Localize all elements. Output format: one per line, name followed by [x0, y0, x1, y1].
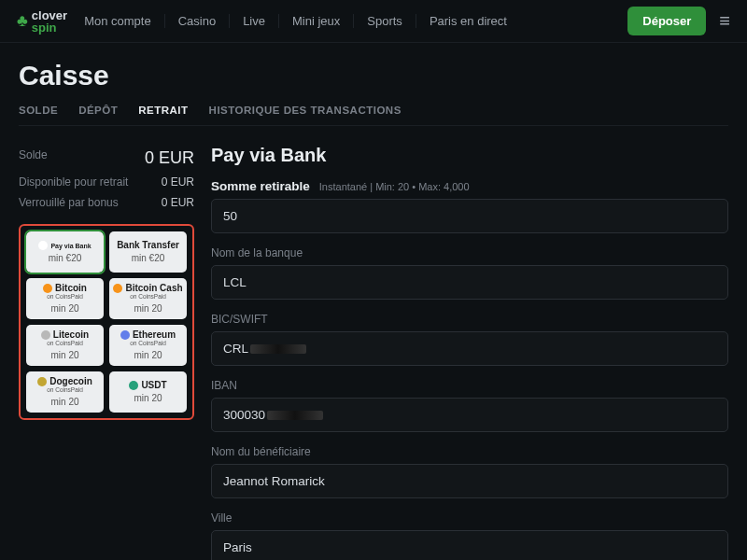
- method-name: USDT: [141, 381, 166, 390]
- field-label: IBAN: [211, 379, 728, 392]
- withdraw-method-dogecoin[interactable]: Dogecoinon CoinsPaidmin 20: [26, 371, 104, 413]
- withdraw-form: Pay via Bank Somme retirable Instantané …: [211, 145, 728, 560]
- text-input[interactable]: Jeannot Romarick: [211, 464, 728, 498]
- amount-label: Somme retirable Instantané | Min: 20 • M…: [211, 179, 728, 193]
- text-input[interactable]: Paris: [211, 530, 728, 560]
- method-subtext: on CoinsPaid: [130, 294, 166, 301]
- field-row-nom-du-b-n-ficiaire: Nom du bénéficiaireJeannot Romarick: [211, 445, 728, 498]
- page-title: Caisse: [19, 60, 728, 91]
- main-columns: Solde0 EURDisponible pour retrait0 EURVe…: [19, 145, 728, 560]
- method-name: Dogecoin: [49, 377, 92, 386]
- method-min: min 20: [50, 350, 78, 360]
- tab-solde[interactable]: SOLDE: [19, 105, 58, 116]
- text-input[interactable]: 300030: [211, 398, 728, 432]
- tab-historique-des-transactions[interactable]: HISTORIQUE DES TRANSACTIONS: [209, 105, 402, 116]
- balance-row: Solde0 EUR: [19, 145, 194, 172]
- balance-value: 0 EUR: [162, 196, 194, 209]
- brand-name-a: clover: [32, 9, 67, 21]
- brand-logo[interactable]: ♣ clover spin: [17, 9, 67, 34]
- amount-input[interactable]: [211, 199, 728, 233]
- balance-summary: Solde0 EURDisponible pour retrait0 EURVe…: [19, 145, 194, 213]
- method-min: min €20: [132, 253, 165, 263]
- method-subtext: on CoinsPaid: [130, 341, 166, 347]
- method-name: Litecoin: [53, 330, 89, 340]
- method-name: Pay via Bank: [50, 243, 91, 249]
- redacted-segment: [267, 411, 323, 420]
- amount-field-row: Somme retirable Instantané | Min: 20 • M…: [211, 179, 728, 233]
- redacted-segment: [250, 344, 306, 354]
- sidebar: Solde0 EURDisponible pour retrait0 EURVe…: [19, 145, 194, 560]
- nav-link-0[interactable]: Mon compte: [84, 14, 164, 28]
- crypto-icon: [38, 241, 48, 250]
- text-input[interactable]: CRL: [211, 331, 728, 366]
- method-name: Bitcoin: [55, 284, 87, 293]
- panel-title: Pay via Bank: [211, 145, 728, 166]
- withdraw-method-litecoin[interactable]: Litecoinon CoinsPaidmin 20: [26, 325, 104, 366]
- balance-value: 0 EUR: [162, 175, 194, 189]
- page-body: Caisse SOLDEDÉPÔTRETRAITHISTORIQUE DES T…: [0, 43, 747, 560]
- nav-link-4[interactable]: Sports: [353, 14, 416, 28]
- method-min: min 20: [134, 303, 162, 314]
- method-subtext: on CoinsPaid: [47, 387, 83, 394]
- input-value: LCL: [223, 275, 247, 289]
- balance-label: Verrouillé par bonus: [19, 196, 119, 209]
- input-value: CRL: [223, 342, 248, 356]
- nav-link-2[interactable]: Live: [229, 14, 278, 28]
- crypto-icon: [37, 377, 47, 386]
- field-row-nom-de-la-banque: Nom de la banqueLCL: [211, 246, 728, 300]
- crypto-icon: [113, 284, 122, 293]
- method-min: min 20: [50, 397, 78, 407]
- text-input[interactable]: LCL: [211, 265, 728, 300]
- withdraw-method-bank-transfer[interactable]: Bank Transfermin €20: [109, 231, 187, 273]
- crypto-icon: [41, 330, 50, 340]
- field-row-iban: IBAN300030: [211, 379, 728, 432]
- field-row-ville: VilleParis: [211, 511, 728, 560]
- method-min: min 20: [50, 303, 78, 314]
- method-name: Bitcoin Cash: [125, 284, 182, 293]
- cashier-tabs: SOLDEDÉPÔTRETRAITHISTORIQUE DES TRANSACT…: [19, 105, 728, 126]
- field-label: Ville: [211, 511, 728, 525]
- crypto-icon: [120, 330, 130, 340]
- deposit-button[interactable]: Déposer: [627, 7, 706, 35]
- nav-link-3[interactable]: Mini jeux: [278, 14, 353, 28]
- balance-label: Solde: [19, 148, 48, 168]
- balance-row: Verrouillé par bonus0 EUR: [19, 192, 194, 213]
- input-value: Paris: [223, 540, 252, 554]
- field-label: Nom de la banque: [211, 246, 728, 259]
- field-row-bic-swift: BIC/SWIFTCRL: [211, 313, 728, 366]
- withdraw-method-bitcoin[interactable]: Bitcoinon CoinsPaidmin 20: [26, 278, 104, 319]
- method-min: min €20: [49, 253, 82, 263]
- crypto-icon: [129, 381, 138, 390]
- method-min: min 20: [134, 393, 162, 403]
- top-bar: ♣ clover spin Mon compteCasinoLiveMini j…: [0, 0, 747, 43]
- balance-value: 0 EUR: [145, 148, 194, 168]
- field-label: Nom du bénéficiaire: [211, 445, 728, 458]
- tab-dépôt[interactable]: DÉPÔT: [78, 105, 118, 116]
- nav-link-5[interactable]: Paris en direct: [416, 14, 520, 28]
- method-subtext: on CoinsPaid: [47, 294, 83, 301]
- balance-row: Disponible pour retrait0 EUR: [19, 172, 194, 192]
- method-subtext: on CoinsPaid: [47, 341, 83, 347]
- method-name: Ethereum: [133, 330, 176, 340]
- crypto-icon: [43, 284, 52, 293]
- nav-link-1[interactable]: Casino: [164, 14, 229, 28]
- input-value: 300030: [223, 408, 265, 422]
- withdraw-method-ethereum[interactable]: Ethereumon CoinsPaidmin 20: [109, 325, 187, 366]
- balance-label: Disponible pour retrait: [19, 175, 128, 189]
- input-value: Jeannot Romarick: [223, 474, 325, 488]
- main-nav: Mon compteCasinoLiveMini jeuxSportsParis…: [84, 14, 627, 28]
- withdraw-method-bitcoin-cash[interactable]: Bitcoin Cashon CoinsPaidmin 20: [109, 278, 187, 319]
- withdraw-method-grid: Pay via Bankmin €20Bank Transfermin €20B…: [19, 224, 194, 420]
- clover-icon: ♣: [17, 11, 28, 31]
- method-min: min 20: [134, 350, 162, 360]
- field-label: BIC/SWIFT: [211, 313, 728, 326]
- method-name: Bank Transfer: [117, 241, 179, 250]
- withdraw-method-usdt[interactable]: USDTmin 20: [109, 371, 187, 413]
- menu-icon[interactable]: ≡: [719, 10, 730, 32]
- amount-hint: Instantané | Min: 20 • Max: 4,000: [319, 181, 470, 192]
- withdraw-method-pay-via-bank[interactable]: Pay via Bankmin €20: [26, 231, 104, 273]
- tab-retrait[interactable]: RETRAIT: [138, 105, 188, 116]
- brand-name-b: spin: [32, 21, 67, 34]
